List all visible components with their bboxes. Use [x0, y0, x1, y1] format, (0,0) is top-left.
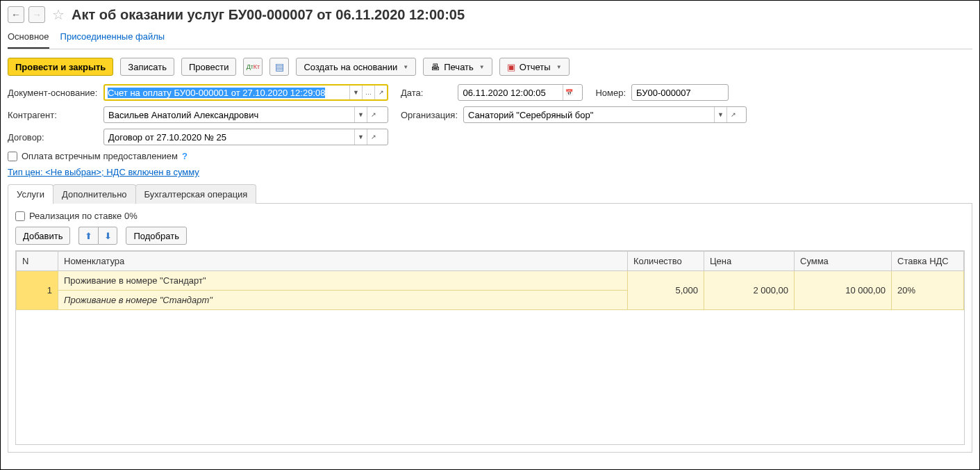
move-down-button[interactable]: ⬇	[98, 227, 117, 245]
label-counterparty: Контрагент:	[8, 110, 98, 120]
open-icon[interactable]: ↗	[374, 86, 387, 99]
write-button[interactable]: Записать	[120, 58, 174, 76]
counter-payment-label: Оплата встречным предоставлением	[22, 151, 178, 161]
contract-input[interactable]	[104, 129, 354, 145]
pick-button[interactable]: Подобрать	[126, 227, 186, 245]
col-sum: Сумма	[795, 252, 892, 271]
cell-sum: 10 000,00	[795, 271, 892, 310]
calendar-icon[interactable]: 📅	[563, 85, 575, 100]
zero-rate-label: Реализация по ставке 0%	[29, 211, 138, 221]
reports-label: Отчеты	[520, 62, 551, 72]
register-icon[interactable]: ▤	[269, 58, 289, 76]
nav-forward-button[interactable]: →	[28, 6, 45, 23]
printer-icon: 🖶	[431, 62, 440, 72]
dropdown-icon[interactable]: ▼	[354, 107, 367, 122]
tab-attached-files[interactable]: Присоединенные файлы	[60, 27, 165, 49]
dt-kt-icon[interactable]: ДтКт	[243, 58, 263, 76]
add-row-button[interactable]: Добавить	[15, 227, 70, 245]
label-organization: Организация:	[401, 110, 458, 120]
dropdown-icon[interactable]: ▼	[714, 107, 726, 122]
col-quantity: Количество	[628, 252, 704, 271]
cell-n: 1	[17, 271, 58, 310]
chevron-down-icon: ▼	[479, 64, 485, 70]
create-based-button[interactable]: Создать на основании▼	[296, 58, 416, 76]
reports-button[interactable]: ▣Отчеты▼	[499, 58, 570, 76]
tab-main[interactable]: Основное	[8, 27, 49, 49]
cell-vat-rate: 20%	[892, 271, 964, 310]
col-vat-rate: Ставка НДС	[892, 252, 964, 271]
arrow-down-icon: ⬇	[104, 231, 112, 241]
col-price: Цена	[704, 252, 795, 271]
counter-payment-checkbox[interactable]	[8, 152, 17, 161]
arrow-up-icon: ⬆	[85, 231, 92, 241]
post-and-close-button[interactable]: Провести и закрыть	[8, 58, 113, 76]
table-row[interactable]: 1 Проживание в номере "Стандарт" 5,000 2…	[17, 271, 964, 291]
label-number: Номер:	[595, 88, 626, 98]
cell-nomenclature: Проживание в номере "Стандарт"	[58, 271, 628, 291]
page-title: Акт об оказании услуг БУ00-000007 от 06.…	[72, 7, 465, 23]
chart-icon: ▣	[507, 62, 515, 72]
label-contract: Договор:	[8, 132, 98, 143]
counterparty-input[interactable]	[104, 107, 354, 122]
post-button[interactable]: Провести	[181, 58, 237, 76]
open-icon[interactable]: ↗	[367, 107, 379, 122]
print-label: Печать	[444, 62, 474, 72]
col-n: N	[17, 252, 58, 271]
open-icon[interactable]: ↗	[726, 107, 739, 122]
label-date: Дата:	[401, 88, 423, 98]
number-input[interactable]	[632, 85, 728, 100]
col-nomenclature: Номенклатура	[58, 252, 628, 271]
open-icon[interactable]: ↗	[367, 129, 379, 145]
chevron-down-icon: ▼	[556, 64, 562, 70]
dropdown-icon[interactable]: ▼	[354, 129, 367, 145]
nav-back-button[interactable]: ←	[8, 6, 24, 23]
basis-value: Счет на оплату БУ00-000001 от 27.10.2020…	[108, 88, 325, 98]
chevron-down-icon: ▼	[403, 64, 408, 70]
tab-accounting[interactable]: Бухгалтерская операция	[135, 184, 257, 204]
tab-additional[interactable]: Дополнительно	[53, 184, 136, 204]
cell-nomenclature-sub: Проживание в номере "Стандарт"	[58, 291, 628, 310]
date-input[interactable]	[458, 85, 563, 100]
favorite-star-icon[interactable]: ☆	[52, 6, 65, 23]
cell-qty: 5,000	[628, 271, 704, 310]
cell-price: 2 000,00	[704, 271, 795, 310]
tab-services[interactable]: Услуги	[8, 184, 53, 204]
help-icon[interactable]: ?	[182, 151, 188, 161]
zero-rate-checkbox[interactable]	[15, 211, 25, 221]
create-based-label: Создать на основании	[304, 62, 397, 72]
print-button[interactable]: 🖶Печать▼	[423, 58, 492, 76]
dropdown-icon[interactable]: ▼	[349, 86, 362, 99]
label-basis: Документ-основание:	[8, 88, 98, 98]
price-type-link[interactable]: Тип цен: <Не выбран>; НДС включен в сумм…	[8, 167, 199, 177]
move-up-button[interactable]: ⬆	[78, 227, 98, 245]
organization-input[interactable]	[464, 107, 714, 122]
ellipsis-icon[interactable]: …	[362, 86, 374, 99]
